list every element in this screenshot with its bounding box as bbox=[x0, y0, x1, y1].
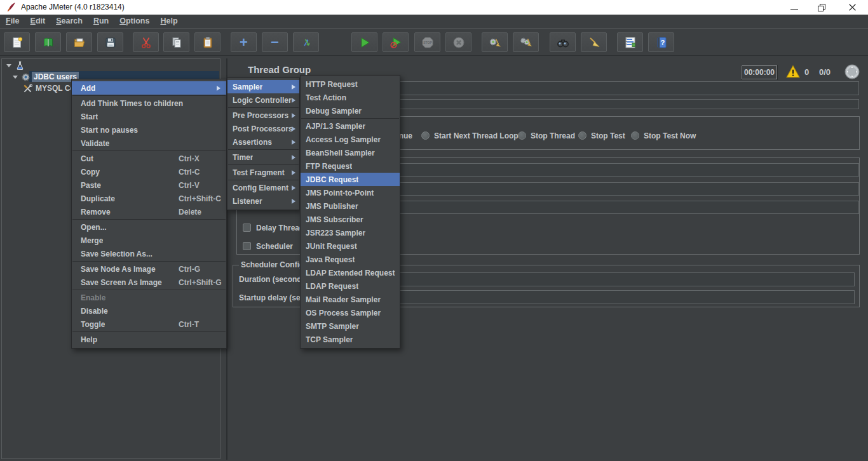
menu-item-enable: Enable bbox=[72, 291, 226, 304]
menu-item-remove[interactable]: RemoveDelete bbox=[72, 205, 226, 218]
clear-all-button[interactable] bbox=[513, 32, 539, 52]
add-item-post-processors[interactable]: Post Processors bbox=[227, 122, 299, 135]
expander-icon[interactable] bbox=[13, 76, 18, 79]
sampler-item-debug-sampler[interactable]: Debug Sampler bbox=[301, 104, 400, 117]
search-button[interactable] bbox=[550, 32, 576, 52]
sampler-item-jms-point-to-point[interactable]: JMS Point-to-Point bbox=[301, 186, 400, 199]
menubar-file[interactable]: File bbox=[1, 15, 25, 28]
menu-item-toggle[interactable]: ToggleCtrl-T bbox=[72, 317, 226, 331]
menu-item-label: Help bbox=[81, 335, 97, 344]
expander-icon[interactable] bbox=[6, 64, 11, 67]
clear-button[interactable] bbox=[482, 32, 508, 52]
add-item-logic-controller[interactable]: Logic Controller bbox=[227, 93, 299, 107]
menubar-search[interactable]: Search bbox=[51, 15, 88, 28]
tree-node-label: MYSQL Co bbox=[36, 83, 75, 93]
radio-stop-thread[interactable]: Stop Thread bbox=[518, 131, 575, 140]
menu-item-open-[interactable]: Open... bbox=[72, 220, 226, 234]
delay-thread-checkbox[interactable] bbox=[243, 224, 251, 232]
scheduler-checkbox[interactable] bbox=[243, 242, 251, 250]
menu-item-save-screen-as-image[interactable]: Save Screen As ImageCtrl+Shift-G bbox=[72, 276, 226, 289]
minimize-button[interactable] bbox=[785, 0, 804, 15]
remote-start-icon[interactable] bbox=[844, 64, 860, 79]
menu-item-validate[interactable]: Validate bbox=[72, 137, 226, 150]
add-item-test-fragment[interactable]: Test Fragment bbox=[227, 166, 299, 179]
menu-item-disable[interactable]: Disable bbox=[72, 304, 226, 317]
warning-icon[interactable] bbox=[786, 65, 800, 79]
menu-item-add[interactable]: Add bbox=[72, 81, 226, 95]
sampler-item-test-action[interactable]: Test Action bbox=[301, 91, 400, 104]
menu-item-cut[interactable]: CutCtrl-X bbox=[72, 152, 226, 165]
sampler-item-jdbc-request[interactable]: JDBC Request bbox=[301, 173, 400, 186]
sampler-item-jms-subscriber[interactable]: JMS Subscriber bbox=[301, 213, 400, 226]
start-no-pauses-button[interactable] bbox=[383, 32, 409, 52]
sampler-item-tcp-sampler[interactable]: TCP Sampler bbox=[301, 333, 400, 346]
menubar-options[interactable]: Options bbox=[114, 15, 154, 28]
function-helper-button[interactable] bbox=[617, 32, 643, 52]
new-file-button[interactable] bbox=[4, 32, 30, 52]
submenu-arrow-icon bbox=[292, 126, 295, 131]
restore-button[interactable] bbox=[811, 0, 831, 15]
add-item-sampler[interactable]: Sampler bbox=[227, 80, 299, 93]
menu-item-shortcut: Ctrl-C bbox=[179, 168, 200, 177]
remove-button[interactable]: − bbox=[262, 32, 288, 52]
menubar-help[interactable]: Help bbox=[155, 15, 182, 28]
add-item-assertions[interactable]: Assertions bbox=[227, 135, 299, 149]
svg-text:?: ? bbox=[660, 39, 665, 46]
sampler-item-mail-reader-sampler[interactable]: Mail Reader Sampler bbox=[301, 293, 400, 306]
radio-stop-test-now[interactable]: Stop Test Now bbox=[631, 131, 696, 140]
sampler-item-jsr223-sampler[interactable]: JSR223 Sampler bbox=[301, 226, 400, 239]
close-button[interactable] bbox=[843, 0, 862, 15]
menu-item-merge[interactable]: Merge bbox=[72, 234, 226, 247]
sampler-item-ldap-extended-request[interactable]: LDAP Extended Request bbox=[301, 266, 400, 279]
submenu-arrow-icon bbox=[292, 199, 295, 204]
test-plan-flask-icon bbox=[15, 61, 25, 70]
menu-item-help[interactable]: Help bbox=[72, 333, 226, 346]
copy-button[interactable] bbox=[163, 32, 189, 52]
menu-item-add-think-times-to-children[interactable]: Add Think Times to children bbox=[72, 97, 226, 110]
paste-button[interactable] bbox=[194, 32, 220, 52]
tree-node-root[interactable] bbox=[2, 60, 220, 71]
menu-item-save-selection-as-[interactable]: Save Selection As... bbox=[72, 247, 226, 260]
sampler-item-ajp-1-3-sampler[interactable]: AJP/1.3 Sampler bbox=[301, 119, 400, 133]
sampler-item-junit-request[interactable]: JUnit Request bbox=[301, 239, 400, 253]
menu-item-label: Config Element bbox=[233, 184, 288, 192]
sampler-item-ldap-request[interactable]: LDAP Request bbox=[301, 279, 400, 293]
cut-button[interactable] bbox=[133, 32, 159, 52]
add-item-listener[interactable]: Listener bbox=[227, 194, 299, 208]
sampler-submenu: HTTP RequestTest ActionDebug SamplerAJP/… bbox=[300, 75, 400, 349]
sampler-item-java-request[interactable]: Java Request bbox=[301, 253, 400, 266]
sampler-item-beanshell-sampler[interactable]: BeanShell Sampler bbox=[301, 146, 400, 159]
add-item-config-element[interactable]: Config Element bbox=[227, 181, 299, 194]
menu-item-copy[interactable]: CopyCtrl-C bbox=[72, 165, 226, 178]
radio-stop-test[interactable]: Stop Test bbox=[578, 131, 625, 140]
start-no-pauses-icon bbox=[390, 36, 402, 49]
submenu-arrow-icon bbox=[292, 170, 295, 175]
menu-item-paste[interactable]: PasteCtrl-V bbox=[72, 178, 226, 192]
start-button[interactable] bbox=[351, 32, 377, 52]
menu-item-duplicate[interactable]: DuplicateCtrl+Shift-C bbox=[72, 192, 226, 205]
toggle-button[interactable] bbox=[293, 32, 319, 52]
function-helper-icon bbox=[624, 36, 637, 49]
add-item-timer[interactable]: Timer bbox=[227, 150, 299, 164]
menu-bar: FileEditSearchRunOptionsHelp bbox=[0, 15, 868, 29]
menu-item-start[interactable]: Start bbox=[72, 110, 226, 123]
sampler-item-smtp-sampler[interactable]: SMTP Sampler bbox=[301, 319, 400, 333]
help-button[interactable]: ? bbox=[648, 32, 674, 52]
search-reset-button[interactable] bbox=[581, 32, 607, 52]
radio-start-next-thread-loop[interactable]: Start Next Thread Loop bbox=[421, 131, 519, 140]
submenu-arrow-icon bbox=[292, 155, 295, 160]
sampler-item-jms-publisher[interactable]: JMS Publisher bbox=[301, 199, 400, 213]
menu-item-save-node-as-image[interactable]: Save Node As ImageCtrl-G bbox=[72, 262, 226, 276]
menubar-edit[interactable]: Edit bbox=[25, 15, 51, 28]
save-button[interactable] bbox=[97, 32, 123, 52]
open-template-button[interactable] bbox=[35, 32, 61, 52]
menubar-run[interactable]: Run bbox=[88, 15, 114, 28]
sampler-item-ftp-request[interactable]: FTP Request bbox=[301, 159, 400, 173]
open-file-button[interactable] bbox=[66, 32, 92, 52]
add-button[interactable]: + bbox=[231, 32, 257, 52]
sampler-item-access-log-sampler[interactable]: Access Log Sampler bbox=[301, 133, 400, 146]
add-item-pre-processors[interactable]: Pre Processors bbox=[227, 109, 299, 122]
sampler-item-http-request[interactable]: HTTP Request bbox=[301, 77, 400, 91]
sampler-item-os-process-sampler[interactable]: OS Process Sampler bbox=[301, 306, 400, 319]
menu-item-start-no-pauses[interactable]: Start no pauses bbox=[72, 123, 226, 137]
